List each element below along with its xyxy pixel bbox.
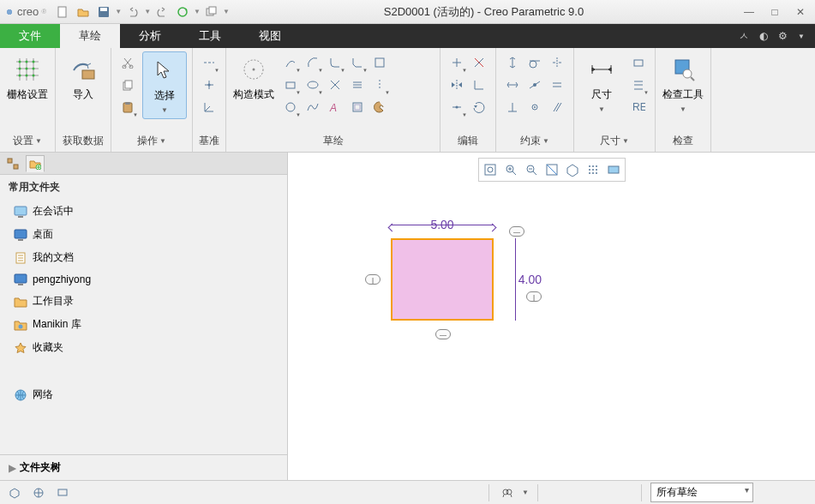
tab-sketch[interactable]: 草绘 xyxy=(60,24,120,48)
sidebar-item-mydocs[interactable]: 我的文档 xyxy=(0,246,287,269)
sketcher-display-icon[interactable] xyxy=(604,160,623,179)
symmetric-constraint-icon[interactable] xyxy=(546,51,568,74)
offset-icon[interactable] xyxy=(369,51,391,74)
ellipse-icon[interactable]: ▼ xyxy=(302,74,324,96)
divide-icon[interactable]: ▼ xyxy=(446,96,468,118)
coord-sys-icon[interactable] xyxy=(198,96,220,118)
tab-tools[interactable]: 工具 xyxy=(180,24,240,48)
point-icon[interactable] xyxy=(198,74,220,96)
delete-segment-icon[interactable] xyxy=(468,51,490,74)
save-icon[interactable] xyxy=(94,3,113,21)
sidebar-item-manikin[interactable]: Manikin 库 xyxy=(0,313,287,336)
fillet-icon[interactable]: ▼ xyxy=(324,51,346,74)
svg-rect-45 xyxy=(18,216,23,218)
copy-icon[interactable] xyxy=(117,74,139,96)
sidebar-item-favorites[interactable]: 收藏夹 xyxy=(0,336,287,359)
constraint-handle-bottom[interactable]: — xyxy=(435,329,451,339)
status-screen-icon[interactable] xyxy=(53,484,72,501)
centerline2-icon[interactable]: ▼ xyxy=(369,74,391,96)
undo-icon[interactable] xyxy=(123,3,142,21)
open-file-icon[interactable] xyxy=(74,3,93,21)
redo-icon[interactable] xyxy=(153,3,171,21)
sketch-view-icon[interactable] xyxy=(563,160,582,179)
trim-icon[interactable]: ▼ xyxy=(446,51,468,74)
arc-icon[interactable]: ▼ xyxy=(302,51,324,74)
tab-view[interactable]: 视图 xyxy=(240,24,300,48)
midpoint-constraint-icon[interactable] xyxy=(524,74,546,96)
baseline-dim-icon[interactable]: ▼ xyxy=(627,74,650,96)
tab-analysis[interactable]: 分析 xyxy=(120,24,180,48)
constraint-handle-right[interactable]: | xyxy=(526,291,542,302)
help-ribbon-icon[interactable]: ◐ xyxy=(759,30,768,42)
selection-filter-combo[interactable]: 所有草绘 xyxy=(650,483,753,502)
sidebar-item-network[interactable]: 网络 xyxy=(0,383,287,406)
ref-dim-icon[interactable]: REF xyxy=(627,96,650,118)
close-button[interactable]: ✕ xyxy=(789,4,812,20)
spline-icon[interactable] xyxy=(302,96,324,118)
select-button[interactable]: 选择▼ xyxy=(142,51,187,119)
import-button[interactable]: 导入 xyxy=(61,51,105,105)
sidebar-tab-tree-icon[interactable] xyxy=(3,155,22,172)
inspect-button[interactable]: 检查工具▼ xyxy=(661,51,705,117)
rotate-resize-icon[interactable] xyxy=(468,96,490,118)
collapse-ribbon-icon[interactable]: ㅅ xyxy=(739,29,749,44)
text-icon[interactable]: A xyxy=(324,96,346,118)
width-dimension[interactable]: 5.00 xyxy=(391,218,494,231)
sidebar-footer-foldertree[interactable]: ▶文件夹树 xyxy=(0,454,287,480)
sidebar-item-user[interactable]: pengzhiyong xyxy=(0,269,287,290)
repaint-icon[interactable] xyxy=(542,160,561,179)
offset-edge-icon[interactable] xyxy=(346,96,369,118)
grid-settings-button[interactable]: 栅格设置 xyxy=(5,51,50,105)
sidebar-item-workdir[interactable]: 工作目录 xyxy=(0,290,287,313)
ribbon-group-settings-label[interactable]: 设置▼ xyxy=(5,132,50,150)
thicken-icon[interactable] xyxy=(346,74,369,96)
zoom-in-icon[interactable] xyxy=(501,160,520,179)
status-find-icon[interactable] xyxy=(498,484,517,501)
ribbon-group-dimension-label[interactable]: 尺寸▼ xyxy=(579,132,650,150)
maximize-button[interactable]: □ xyxy=(764,4,786,20)
sketch-rectangle[interactable] xyxy=(391,238,494,321)
svg-point-14 xyxy=(33,75,35,77)
tangent-constraint-icon[interactable] xyxy=(524,51,546,74)
equal-constraint-icon[interactable] xyxy=(546,74,568,96)
corner-icon[interactable] xyxy=(468,74,490,96)
sidebar-item-desktop[interactable]: 桌面 xyxy=(0,223,287,246)
constraint-handle-top[interactable]: — xyxy=(509,226,524,237)
settings-ribbon-icon[interactable]: ⚙ xyxy=(778,30,788,42)
tab-file[interactable]: 文件 xyxy=(0,24,60,48)
rectangle-icon[interactable]: ▼ xyxy=(279,74,302,96)
sidebar-item-session[interactable]: 在会话中 xyxy=(0,200,287,223)
minimize-button[interactable]: — xyxy=(738,4,760,20)
regenerate-icon[interactable] xyxy=(173,3,192,21)
cut-icon[interactable] xyxy=(117,51,139,74)
graphics-canvas[interactable]: 5.00 4.00 | — | — xyxy=(288,153,815,480)
windows-icon[interactable] xyxy=(202,3,221,21)
coincident-constraint-icon[interactable] xyxy=(524,96,546,118)
vertical-constraint-icon[interactable] xyxy=(501,51,524,74)
horizontal-constraint-icon[interactable] xyxy=(501,74,524,96)
height-dimension[interactable]: 4.00 xyxy=(518,238,542,321)
palette-icon[interactable] xyxy=(369,96,391,118)
ribbon-group-constrain-label[interactable]: 约束▼ xyxy=(501,132,568,150)
constraint-handle-left[interactable]: | xyxy=(365,274,381,285)
sidebar-tab-folder-icon[interactable] xyxy=(26,155,45,172)
zoom-out-icon[interactable] xyxy=(522,160,541,179)
circle-icon[interactable]: ▼ xyxy=(279,96,302,118)
paste-icon[interactable]: ▼ xyxy=(117,96,139,118)
centerline-icon[interactable]: ▼ xyxy=(198,51,220,74)
dimension-button[interactable]: 尺寸▼ xyxy=(579,51,624,117)
parallel-constraint-icon[interactable] xyxy=(546,96,568,118)
project-icon[interactable] xyxy=(324,74,346,96)
perimeter-dim-icon[interactable] xyxy=(627,51,650,74)
perpendicular-constraint-icon[interactable] xyxy=(501,96,524,118)
chamfer-icon[interactable]: ▼ xyxy=(346,51,369,74)
ribbon-group-operate-label[interactable]: 操作▼ xyxy=(117,132,187,150)
status-3d-icon[interactable] xyxy=(5,484,24,501)
construction-mode-button[interactable]: 构造模式 xyxy=(231,51,276,105)
new-file-icon[interactable] xyxy=(53,3,72,21)
line-icon[interactable]: ▼ xyxy=(279,51,302,74)
zoom-fit-icon[interactable] xyxy=(481,160,500,179)
status-globe-icon[interactable] xyxy=(29,484,48,501)
mirror-icon[interactable] xyxy=(446,74,468,96)
display-style-icon[interactable] xyxy=(584,160,602,179)
